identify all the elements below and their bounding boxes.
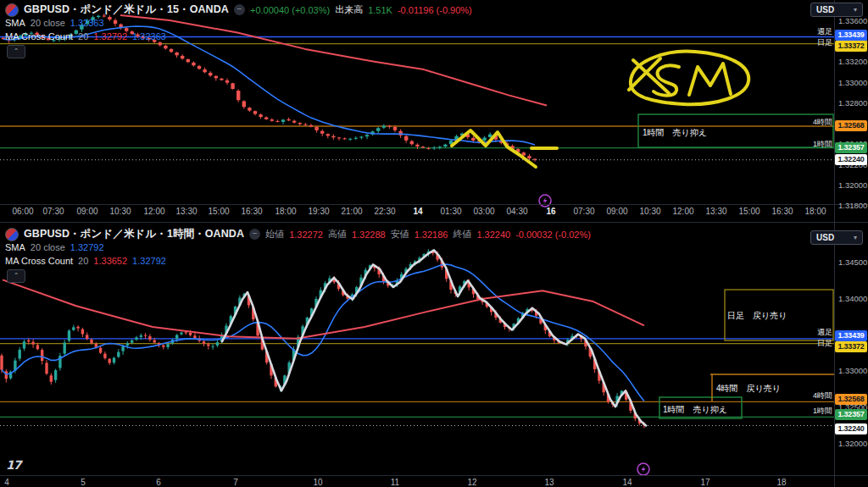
time-tick[interactable]: 09:00 [76, 207, 97, 216]
sma-name[interactable]: SMA [5, 18, 25, 28]
time-tick[interactable]: 11 [391, 478, 399, 487]
candle-body [19, 350, 21, 359]
time-tick[interactable]: 14 [622, 478, 632, 487]
sma-line[interactable] [2, 264, 644, 401]
time-tick[interactable]: 4 [4, 478, 9, 487]
pane-1[interactable] [0, 14, 834, 207]
chart-canvas[interactable] [0, 0, 868, 487]
candle-body [193, 335, 196, 338]
time-tick[interactable]: 16 [546, 207, 555, 216]
candle-body [225, 80, 229, 83]
macross-value2: 1.32792 [132, 256, 166, 266]
current-price-badge: 1.32240 [835, 154, 867, 165]
candle-body [185, 332, 187, 333]
symbol-title-1h[interactable]: GBPUSD・ポンド／米ドル・1時間・OANDA [24, 227, 244, 241]
time-tick[interactable]: 15:00 [208, 207, 229, 216]
time-tick[interactable]: 07:30 [42, 207, 64, 216]
price-tick[interactable]: 1.31800 [838, 201, 867, 210]
candle-body [192, 63, 195, 65]
time-tick[interactable]: 18:00 [804, 207, 826, 216]
symbol-title-15m[interactable]: GBPUSD・ポンド／米ドル・15・OANDA [24, 3, 229, 17]
freehand-drawing-4[interactable] [689, 64, 731, 95]
time-tick[interactable]: 07:30 [573, 207, 594, 216]
macross-name[interactable]: MA Cross Count [5, 256, 73, 266]
low-label: 安値 [391, 228, 409, 241]
tradingview-logo[interactable]: 17 [6, 458, 20, 472]
candle-body [103, 354, 106, 358]
chevron-down-icon: ▾ [854, 234, 857, 241]
time-tick[interactable]: 17 [700, 478, 709, 487]
hide-indicator-icon[interactable]: − [249, 229, 260, 240]
level-side-label-日足: 日足 [817, 339, 832, 347]
candle-body [309, 125, 313, 127]
price-scale-currency-button-15m[interactable]: USD ▾ [810, 3, 863, 17]
volume-change-value: -0.01196 (-0.90%) [398, 5, 472, 15]
time-tick[interactable]: 18 [776, 478, 786, 487]
pane1-axis-separator [0, 204, 868, 205]
price-tick[interactable]: 1.33600 [838, 16, 867, 25]
time-tick[interactable]: 6 [156, 478, 161, 487]
price-tick[interactable]: 1.34500 [838, 257, 867, 267]
time-tick[interactable]: 06:00 [12, 207, 33, 216]
time-tick[interactable]: 10 [313, 478, 322, 487]
time-tick[interactable]: 01:30 [440, 207, 461, 216]
sma-name[interactable]: SMA [5, 242, 25, 252]
price-tick[interactable]: 1.34000 [838, 294, 867, 303]
macross-name[interactable]: MA Cross Count [5, 31, 73, 42]
macross-value1: 1.33652 [93, 256, 127, 266]
change-value: +0.00040 (+0.03%) [250, 5, 330, 15]
time-tick[interactable]: 5 [81, 478, 86, 487]
time-tick[interactable]: 22:30 [374, 207, 395, 216]
time-tick[interactable]: 19:30 [308, 207, 329, 216]
time-tick[interactable]: 14 [413, 207, 422, 216]
time-tick[interactable]: 03:00 [473, 207, 494, 216]
price-tick[interactable]: 1.33200 [838, 57, 867, 66]
candle-body [153, 340, 156, 343]
candle-body [166, 344, 169, 347]
time-tick[interactable]: 09:00 [606, 207, 627, 216]
currency-label: USD [816, 5, 834, 14]
candle-body [121, 346, 124, 351]
volume-label: 出来高 [335, 3, 363, 16]
time-tick[interactable]: 16:30 [241, 207, 262, 216]
pane2-collapse-button[interactable]: ⌃ [7, 269, 25, 283]
annotation-free-label-0: 4時間 戻り売り [716, 383, 781, 395]
candle-body [242, 101, 246, 107]
candle-body [281, 119, 285, 122]
pane1-collapse-button[interactable]: ⌃ [7, 45, 25, 58]
price-tick[interactable]: 1.33000 [838, 78, 867, 87]
price-tick[interactable]: 1.32800 [838, 98, 867, 108]
price-scale-currency-button-1h[interactable]: USD ▾ [810, 230, 863, 245]
candle-body [216, 342, 219, 346]
ma-red-line[interactable] [120, 15, 547, 106]
time-tick[interactable]: 12 [467, 478, 476, 487]
price-tick[interactable]: 1.33000 [838, 366, 867, 375]
price-tick[interactable]: 1.32000 [838, 439, 867, 448]
time-tick[interactable]: 04:30 [506, 207, 527, 216]
lightning-icon[interactable] [637, 463, 649, 475]
time-tick[interactable]: 13:30 [705, 207, 726, 216]
price-badge-4時間: 1.32568 [835, 120, 867, 131]
freehand-drawing-5[interactable] [452, 130, 536, 167]
time-tick[interactable]: 12:00 [672, 207, 693, 216]
time-tick[interactable]: 10:30 [109, 207, 131, 216]
hide-indicator-icon[interactable]: − [234, 4, 245, 15]
candle-body [50, 375, 53, 381]
level-side-label-4時間: 4時間 [813, 118, 832, 126]
time-tick[interactable]: 10:30 [639, 207, 660, 216]
price-tick[interactable]: 1.32000 [838, 180, 867, 190]
time-tick[interactable]: 18:00 [275, 207, 296, 216]
time-tick[interactable]: 15:00 [738, 207, 760, 216]
time-tick[interactable]: 13:30 [175, 207, 197, 216]
time-tick[interactable]: 16:30 [771, 207, 793, 216]
candle-body [404, 136, 408, 141]
candle-body [36, 345, 39, 349]
time-tick[interactable]: 21:00 [341, 207, 362, 216]
time-tick[interactable]: 12:00 [143, 207, 164, 216]
pane-divider[interactable] [0, 222, 868, 223]
candle-body [348, 139, 352, 140]
pane-2[interactable] [0, 249, 834, 475]
candle-body [114, 20, 117, 24]
time-tick[interactable]: 7 [233, 478, 238, 487]
time-tick[interactable]: 13 [544, 478, 554, 487]
